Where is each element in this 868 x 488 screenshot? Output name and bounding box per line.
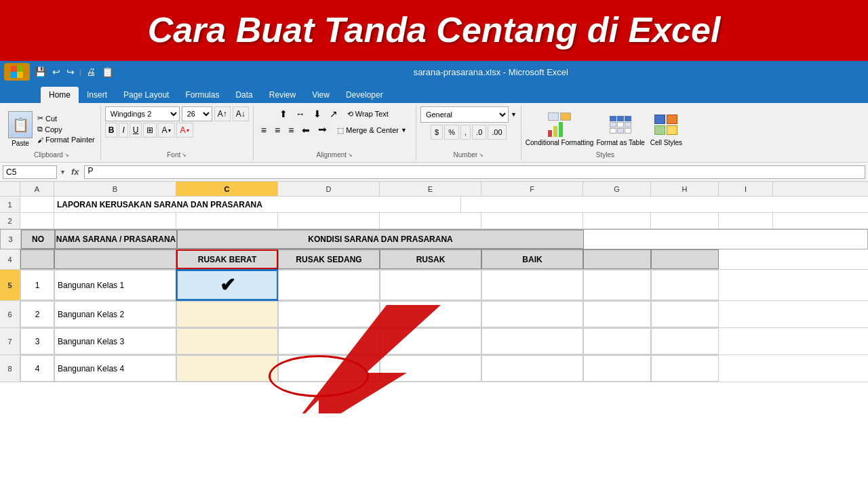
cell-c3-merged[interactable]: KONDISI SARANA DAN PRASARANA — [177, 230, 584, 249]
cell-b6[interactable]: Bangunan Kelas 2 — [54, 301, 176, 327]
cell-styles-button[interactable]: Cell Styles — [648, 110, 685, 147]
cell-d4[interactable]: RUSAK SEDANG — [278, 249, 380, 269]
font-expand-icon[interactable]: ↘ — [182, 152, 186, 158]
cell-g2[interactable] — [583, 213, 651, 228]
cell-a7[interactable]: 3 — [20, 328, 54, 354]
cell-h7[interactable] — [651, 328, 719, 354]
cell-c5[interactable]: ✔ — [176, 270, 278, 300]
tab-data[interactable]: Data — [227, 87, 260, 103]
align-middle-button[interactable]: ↔ — [292, 106, 309, 121]
office-button[interactable] — [4, 63, 30, 81]
cell-d6[interactable] — [278, 301, 380, 327]
fill-color-button[interactable]: A▼ — [158, 123, 175, 138]
cell-f5[interactable] — [481, 270, 583, 300]
underline-button[interactable]: U — [130, 123, 142, 138]
number-expand-icon[interactable]: ▼ — [511, 111, 517, 118]
cell-d7[interactable] — [278, 328, 380, 354]
tab-page-layout[interactable]: Page Layout — [115, 87, 177, 103]
cell-a3[interactable]: NO — [21, 230, 55, 249]
decrease-font-button[interactable]: A↓ — [233, 106, 249, 121]
col-header-f[interactable]: F — [481, 182, 583, 196]
cell-g6[interactable] — [583, 301, 651, 327]
italic-button[interactable]: I — [119, 123, 127, 138]
cell-f2[interactable] — [481, 213, 583, 228]
cell-c6[interactable] — [176, 301, 278, 327]
cell-d8[interactable] — [278, 355, 380, 382]
cell-e6[interactable] — [380, 301, 481, 327]
formula-input[interactable]: P — [84, 165, 865, 179]
name-box-arrow[interactable]: ▼ — [60, 169, 66, 176]
cell-b3[interactable]: NAMA SARANA / PRASARANA — [55, 230, 177, 249]
font-size-select[interactable]: 26 — [182, 106, 212, 121]
undo-icon[interactable]: ↩ — [51, 65, 62, 79]
currency-button[interactable]: $ — [431, 125, 443, 140]
text-angle-button[interactable]: ↗ — [326, 106, 341, 121]
print-icon[interactable]: 🖨 — [85, 65, 97, 79]
increase-indent-button[interactable]: ⮕ — [315, 123, 331, 138]
merge-center-button[interactable]: ⬚ Merge & Center ▼ — [332, 123, 412, 138]
copy-button[interactable]: Copy — [36, 124, 96, 134]
conditional-formatting-button[interactable]: Conditional Formatting — [526, 110, 594, 147]
redo-icon[interactable]: ↪ — [65, 65, 76, 79]
cell-i2[interactable] — [719, 213, 773, 228]
align-left-button[interactable]: ≡ — [258, 123, 270, 138]
cell-a6[interactable]: 2 — [20, 301, 54, 327]
cell-a2[interactable] — [20, 213, 54, 228]
col-header-i[interactable]: I — [719, 182, 773, 196]
font-family-select[interactable]: Wingdings 2 — [105, 106, 180, 121]
align-right-button[interactable]: ≡ — [285, 123, 297, 138]
cell-e2[interactable] — [380, 213, 481, 228]
format-painter-button[interactable]: Format Painter — [36, 135, 96, 144]
align-center-button[interactable]: ≡ — [271, 123, 283, 138]
cell-d5[interactable] — [278, 270, 380, 300]
col-header-e[interactable]: E — [380, 182, 481, 196]
col-header-c[interactable]: C — [176, 182, 278, 196]
increase-decimal-button[interactable]: .00 — [488, 125, 506, 140]
align-top-button[interactable]: ⬆ — [276, 106, 291, 121]
number-format-select[interactable]: General — [420, 106, 509, 123]
bold-button[interactable]: B — [105, 123, 118, 138]
cell-g7[interactable] — [583, 328, 651, 354]
tab-formulas[interactable]: Formulas — [177, 87, 227, 103]
col-header-g[interactable]: G — [583, 182, 651, 196]
comma-button[interactable]: , — [460, 125, 471, 140]
cell-a4[interactable] — [20, 249, 54, 269]
cell-g5[interactable] — [583, 270, 651, 300]
cell-h6[interactable] — [651, 301, 719, 327]
cell-c2[interactable] — [176, 213, 278, 228]
preview-icon[interactable]: 📋 — [100, 65, 115, 79]
cell-b7[interactable]: Bangunan Kelas 3 — [54, 328, 176, 354]
col-header-a[interactable]: A — [20, 182, 54, 196]
cell-g4[interactable] — [583, 249, 651, 269]
cell-f4[interactable]: BAIK — [481, 249, 583, 269]
cell-e4[interactable]: RUSAK — [380, 249, 481, 269]
cell-b5[interactable]: Bangunan Kelas 1 — [54, 270, 176, 300]
cell-d2[interactable] — [278, 213, 380, 228]
cut-button[interactable]: Cut — [36, 113, 96, 123]
cell-c7[interactable] — [176, 328, 278, 354]
tab-insert[interactable]: Insert — [79, 87, 115, 103]
cell-a8[interactable]: 4 — [20, 355, 54, 382]
cell-h2[interactable] — [651, 213, 719, 228]
cell-e8[interactable] — [380, 355, 481, 382]
decrease-indent-button[interactable]: ⬅ — [298, 123, 313, 138]
format-as-table-button[interactable]: Format as Table — [596, 110, 645, 147]
cell-f8[interactable] — [481, 355, 583, 382]
alignment-expand-icon[interactable]: ↘ — [348, 152, 353, 158]
decrease-decimal-button[interactable]: .0 — [472, 125, 486, 140]
cell-e5[interactable] — [380, 270, 481, 300]
cell-b1[interactable]: LAPORAN KERUSAKAN SARANA DAN PRASARANA — [54, 197, 461, 212]
cell-f7[interactable] — [481, 328, 583, 354]
paste-button[interactable]: 📋 Paste — [7, 110, 34, 148]
clipboard-expand-icon[interactable]: ↘ — [64, 152, 69, 158]
increase-font-button[interactable]: A↑ — [214, 106, 231, 121]
tab-view[interactable]: View — [304, 87, 338, 103]
cell-b8[interactable]: Bangunan Kelas 4 — [54, 355, 176, 382]
border-button[interactable]: ⊞ — [143, 123, 157, 138]
number-expand-arrow[interactable]: ↘ — [479, 152, 484, 158]
cell-a5[interactable]: 1 — [20, 270, 54, 300]
cell-c4[interactable]: RUSAK BERAT — [176, 249, 278, 269]
tab-developer[interactable]: Developer — [338, 87, 391, 103]
cell-h4[interactable] — [651, 249, 719, 269]
tab-home[interactable]: Home — [41, 87, 79, 103]
